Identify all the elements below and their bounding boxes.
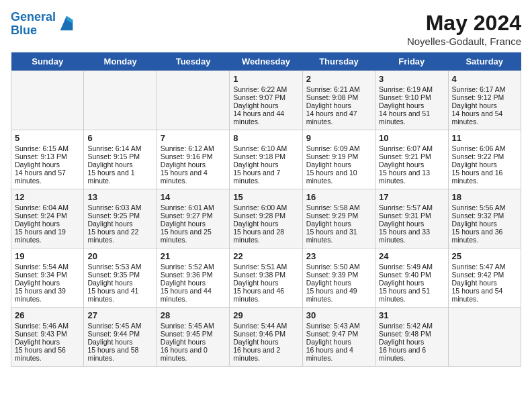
logo-icon xyxy=(57,15,76,34)
sunrise-text: Sunrise: 5:46 AM xyxy=(15,322,80,330)
sunset-text: Sunset: 9:10 PM xyxy=(379,93,444,101)
daylight-value: 15 hours and 33 minutes. xyxy=(379,228,444,244)
daylight-value: 14 hours and 54 minutes. xyxy=(452,109,517,126)
daylight-value: 15 hours and 51 minutes. xyxy=(379,287,444,303)
sunset-text: Sunset: 9:46 PM xyxy=(233,330,298,338)
sunrise-text: Sunrise: 6:14 AM xyxy=(87,144,152,152)
table-row: 29Sunrise: 5:44 AMSunset: 9:46 PMDayligh… xyxy=(230,308,302,367)
daylight-text: Daylight hours xyxy=(452,220,517,228)
day-number: 2 xyxy=(306,74,371,84)
sunrise-text: Sunrise: 6:21 AM xyxy=(306,85,371,93)
daylight-text: Daylight hours xyxy=(161,279,226,287)
calendar-table: Sunday Monday Tuesday Wednesday Thursday… xyxy=(11,52,521,367)
sunset-text: Sunset: 9:13 PM xyxy=(15,152,80,161)
table-row: 25Sunrise: 5:47 AMSunset: 9:42 PMDayligh… xyxy=(448,248,521,308)
table-row: 26Sunrise: 5:46 AMSunset: 9:43 PMDayligh… xyxy=(11,308,84,367)
day-number: 27 xyxy=(87,310,152,320)
sunrise-text: Sunrise: 6:10 AM xyxy=(233,144,298,152)
col-saturday: Saturday xyxy=(448,52,521,71)
sunrise-text: Sunrise: 5:56 AM xyxy=(452,203,517,212)
sunset-text: Sunset: 9:22 PM xyxy=(452,152,517,161)
sunset-text: Sunset: 9:48 PM xyxy=(379,330,444,338)
sunrise-text: Sunrise: 5:49 AM xyxy=(379,263,444,271)
table-row: 20Sunrise: 5:53 AMSunset: 9:35 PMDayligh… xyxy=(84,248,157,308)
table-row: 4Sunrise: 6:17 AMSunset: 9:12 PMDaylight… xyxy=(448,71,521,130)
daylight-value: 15 hours and 31 minutes. xyxy=(306,228,371,244)
sunset-text: Sunset: 9:31 PM xyxy=(379,212,444,220)
daylight-text: Daylight hours xyxy=(379,220,444,228)
table-row: 22Sunrise: 5:51 AMSunset: 9:38 PMDayligh… xyxy=(230,248,302,308)
sunset-text: Sunset: 9:32 PM xyxy=(452,212,517,220)
table-row: 5Sunrise: 6:15 AMSunset: 9:13 PMDaylight… xyxy=(11,130,84,189)
daylight-text: Daylight hours xyxy=(15,220,80,228)
sunset-text: Sunset: 9:25 PM xyxy=(87,212,152,220)
daylight-text: Daylight hours xyxy=(161,338,226,346)
daylight-text: Daylight hours xyxy=(87,279,152,287)
sunrise-text: Sunrise: 5:50 AM xyxy=(306,263,371,271)
sunset-text: Sunset: 9:28 PM xyxy=(233,212,298,220)
sunrise-text: Sunrise: 6:15 AM xyxy=(15,144,80,152)
day-number: 24 xyxy=(379,251,444,261)
sunset-text: Sunset: 9:34 PM xyxy=(15,271,80,279)
daylight-value: 16 hours and 4 minutes. xyxy=(306,346,371,362)
day-number: 4 xyxy=(452,74,517,84)
day-number: 25 xyxy=(452,251,517,261)
sunrise-text: Sunrise: 5:43 AM xyxy=(306,322,371,330)
daylight-text: Daylight hours xyxy=(87,161,152,169)
sunset-text: Sunset: 9:27 PM xyxy=(161,212,226,220)
daylight-value: 16 hours and 2 minutes. xyxy=(233,346,298,362)
calendar-week-row: 26Sunrise: 5:46 AMSunset: 9:43 PMDayligh… xyxy=(11,308,521,367)
table-row: 28Sunrise: 5:45 AMSunset: 9:45 PMDayligh… xyxy=(157,308,229,367)
table-row: 9Sunrise: 6:09 AMSunset: 9:19 PMDaylight… xyxy=(302,130,375,189)
sunrise-text: Sunrise: 5:44 AM xyxy=(233,322,298,330)
sunset-text: Sunset: 9:36 PM xyxy=(161,271,226,279)
daylight-text: Daylight hours xyxy=(15,338,80,346)
table-row: 23Sunrise: 5:50 AMSunset: 9:39 PMDayligh… xyxy=(302,248,375,308)
sunrise-text: Sunrise: 6:00 AM xyxy=(233,203,298,212)
daylight-text: Daylight hours xyxy=(379,161,444,169)
sunrise-text: Sunrise: 6:12 AM xyxy=(161,144,226,152)
sunset-text: Sunset: 9:16 PM xyxy=(161,152,226,161)
daylight-value: 15 hours and 46 minutes. xyxy=(233,287,298,303)
day-number: 6 xyxy=(87,133,152,143)
table-row: 24Sunrise: 5:49 AMSunset: 9:40 PMDayligh… xyxy=(375,248,448,308)
daylight-value: 16 hours and 0 minutes. xyxy=(161,346,226,362)
daylight-text: Daylight hours xyxy=(306,101,371,109)
daylight-text: Daylight hours xyxy=(233,161,298,169)
daylight-value: 14 hours and 44 minutes. xyxy=(233,109,298,126)
sunrise-text: Sunrise: 6:07 AM xyxy=(379,144,444,152)
daylight-text: Daylight hours xyxy=(379,279,444,287)
sunset-text: Sunset: 9:40 PM xyxy=(379,271,444,279)
table-row: 11Sunrise: 6:06 AMSunset: 9:22 PMDayligh… xyxy=(448,130,521,189)
daylight-text: Daylight hours xyxy=(233,279,298,287)
sunrise-text: Sunrise: 6:03 AM xyxy=(87,203,152,212)
daylight-value: 15 hours and 39 minutes. xyxy=(15,287,80,303)
table-row: 15Sunrise: 6:00 AMSunset: 9:28 PMDayligh… xyxy=(230,189,302,248)
table-row: 27Sunrise: 5:45 AMSunset: 9:44 PMDayligh… xyxy=(84,308,157,367)
calendar-week-row: 19Sunrise: 5:54 AMSunset: 9:34 PMDayligh… xyxy=(11,248,521,308)
sunset-text: Sunset: 9:15 PM xyxy=(87,152,152,161)
table-row: 19Sunrise: 5:54 AMSunset: 9:34 PMDayligh… xyxy=(11,248,84,308)
sunset-text: Sunset: 9:24 PM xyxy=(15,212,80,220)
table-row: 16Sunrise: 5:58 AMSunset: 9:29 PMDayligh… xyxy=(302,189,375,248)
daylight-value: 15 hours and 49 minutes. xyxy=(306,287,371,303)
day-number: 23 xyxy=(306,251,371,261)
logo: General Blue xyxy=(11,11,76,38)
daylight-value: 15 hours and 44 minutes. xyxy=(161,287,226,303)
table-row: 13Sunrise: 6:03 AMSunset: 9:25 PMDayligh… xyxy=(84,189,157,248)
daylight-text: Daylight hours xyxy=(87,338,152,346)
table-row: 2Sunrise: 6:21 AMSunset: 9:08 PMDaylight… xyxy=(302,71,375,130)
table-row xyxy=(11,71,84,130)
day-number: 21 xyxy=(161,251,226,261)
daylight-text: Daylight hours xyxy=(379,338,444,346)
daylight-value: 15 hours and 19 minutes. xyxy=(15,228,80,244)
calendar-week-row: 12Sunrise: 6:04 AMSunset: 9:24 PMDayligh… xyxy=(11,189,521,248)
daylight-value: 15 hours and 36 minutes. xyxy=(452,228,517,244)
day-number: 18 xyxy=(452,192,517,202)
day-number: 1 xyxy=(233,74,298,84)
col-wednesday: Wednesday xyxy=(230,52,302,71)
day-number: 13 xyxy=(87,192,152,202)
sunrise-text: Sunrise: 6:06 AM xyxy=(452,144,517,152)
daylight-text: Daylight hours xyxy=(452,101,517,109)
table-row: 17Sunrise: 5:57 AMSunset: 9:31 PMDayligh… xyxy=(375,189,448,248)
